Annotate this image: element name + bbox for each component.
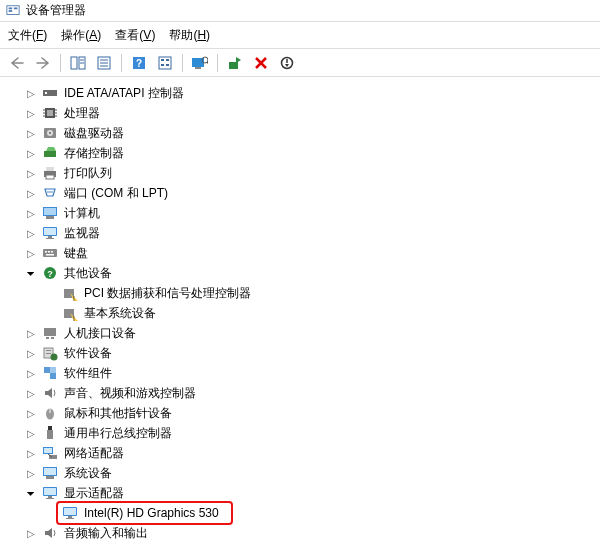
- tree-node-ports[interactable]: ▷ 端口 (COM 和 LPT): [4, 183, 596, 203]
- tree-node-mouse[interactable]: ▷ 鼠标和其他指针设备: [4, 403, 596, 423]
- tree-node-label: 打印队列: [62, 164, 114, 183]
- tree-node-disk[interactable]: ▷ 磁盘驱动器: [4, 123, 596, 143]
- expander-collapsed-icon[interactable]: ▷: [24, 426, 38, 440]
- nav-forward-button[interactable]: [32, 52, 54, 74]
- svg-rect-51: [44, 228, 56, 235]
- tree-node-other-pci[interactable]: ▷ ! PCI 数据捕获和信号处理控制器: [4, 283, 596, 303]
- tree-node-label: 处理器: [62, 104, 102, 123]
- expander-collapsed-icon[interactable]: ▷: [24, 346, 38, 360]
- svg-rect-30: [47, 110, 53, 116]
- svg-rect-67: [44, 328, 56, 336]
- svg-rect-91: [46, 498, 54, 499]
- tree-node-swdev[interactable]: ▷ 软件设备: [4, 343, 596, 363]
- display-adapter-icon: [62, 505, 78, 521]
- expander-collapsed-icon[interactable]: ▷: [24, 106, 38, 120]
- svg-rect-15: [161, 59, 164, 61]
- device-tree[interactable]: ▷ IDE ATA/ATAPI 控制器 ▷ 处理器 ▷ 磁盘驱动器 ▷ 存储控制…: [0, 77, 600, 550]
- help-button[interactable]: ?: [128, 52, 150, 74]
- tree-node-label: 显示适配器: [62, 484, 126, 503]
- scan-button[interactable]: [189, 52, 211, 74]
- tree-node-net[interactable]: ▷ 网络适配器: [4, 443, 596, 463]
- tree-node-label: 软件组件: [62, 364, 114, 383]
- display-adapter-icon: [42, 485, 58, 501]
- tree-node-monitor[interactable]: ▷ 监视器: [4, 223, 596, 243]
- tree-node-sysdev[interactable]: ▷ 系统设备: [4, 463, 596, 483]
- svg-rect-20: [195, 67, 201, 69]
- tree-node-hid[interactable]: ▷ 人机接口设备: [4, 323, 596, 343]
- hid-icon: [42, 325, 58, 341]
- tree-node-display[interactable]: ⏷ 显示适配器: [4, 483, 596, 503]
- nav-back-button[interactable]: [6, 52, 28, 74]
- tree-node-computer[interactable]: ▷ 计算机: [4, 203, 596, 223]
- tree-node-label: 网络适配器: [62, 444, 126, 463]
- tree-node-swcomp[interactable]: ▷ 软件组件: [4, 363, 596, 383]
- expander-collapsed-icon[interactable]: ▷: [24, 366, 38, 380]
- expander-collapsed-icon[interactable]: ▷: [24, 226, 38, 240]
- toolbar-separator: [217, 54, 218, 72]
- svg-rect-86: [44, 468, 56, 475]
- monitor-icon: [42, 225, 58, 241]
- expander-expanded-icon[interactable]: ⏷: [24, 266, 38, 280]
- svg-rect-95: [66, 518, 74, 519]
- expander-collapsed-icon[interactable]: ▷: [24, 206, 38, 220]
- tree-node-ide[interactable]: ▷ IDE ATA/ATAPI 控制器: [4, 83, 596, 103]
- svg-rect-4: [71, 57, 77, 69]
- menu-action[interactable]: 操作(A): [61, 27, 101, 44]
- svg-rect-48: [44, 208, 56, 215]
- svg-rect-42: [46, 167, 54, 171]
- svg-rect-94: [68, 516, 72, 518]
- uninstall-button[interactable]: [250, 52, 272, 74]
- tree-node-label: 监视器: [62, 224, 102, 243]
- svg-point-45: [49, 191, 51, 193]
- tree-node-storage[interactable]: ▷ 存储控制器: [4, 143, 596, 163]
- tree-node-other-base[interactable]: ▷ ! 基本系统设备: [4, 303, 596, 323]
- tree-node-cpu[interactable]: ▷ 处理器: [4, 103, 596, 123]
- svg-rect-53: [46, 238, 54, 239]
- properties-button[interactable]: [93, 52, 115, 74]
- network-icon: [42, 445, 58, 461]
- highlight-annotation: Intel(R) HD Graphics 530: [56, 501, 233, 525]
- svg-rect-16: [166, 59, 169, 61]
- expander-collapsed-icon[interactable]: ▷: [24, 186, 38, 200]
- tree-node-label: 通用串行总线控制器: [62, 424, 174, 443]
- update-driver-button[interactable]: [224, 52, 246, 74]
- app-icon: [6, 4, 20, 18]
- tree-node-label: 键盘: [62, 244, 90, 263]
- menu-help[interactable]: 帮助(H): [169, 27, 210, 44]
- expander-collapsed-icon[interactable]: ▷: [24, 126, 38, 140]
- disk-icon: [42, 125, 58, 141]
- disable-button[interactable]: [276, 52, 298, 74]
- tree-node-audio[interactable]: ▷ 声音、视频和游戏控制器: [4, 383, 596, 403]
- expander-collapsed-icon[interactable]: ▷: [24, 446, 38, 460]
- expander-collapsed-icon[interactable]: ▷: [24, 386, 38, 400]
- computer-icon: [42, 205, 58, 221]
- tree-node-display-intel[interactable]: ▷ Intel(R) HD Graphics 530: [4, 503, 596, 523]
- expander-collapsed-icon[interactable]: ▷: [24, 146, 38, 160]
- window-title: 设备管理器: [26, 2, 86, 19]
- svg-rect-17: [161, 64, 164, 66]
- expander-collapsed-icon[interactable]: ▷: [24, 86, 38, 100]
- expander-collapsed-icon[interactable]: ▷: [24, 246, 38, 260]
- tree-node-other[interactable]: ⏷ ? 其他设备: [4, 263, 596, 283]
- printer-icon: [42, 165, 58, 181]
- show-hide-button[interactable]: [67, 52, 89, 74]
- tree-node-printq[interactable]: ▷ 打印队列: [4, 163, 596, 183]
- tree-node-label: 其他设备: [62, 264, 114, 283]
- details-button[interactable]: [154, 52, 176, 74]
- menu-view[interactable]: 查看(V): [115, 27, 155, 44]
- expander-collapsed-icon[interactable]: ▷: [24, 526, 38, 540]
- menu-file[interactable]: 文件(F): [8, 27, 47, 44]
- expander-collapsed-icon[interactable]: ▷: [24, 166, 38, 180]
- svg-rect-56: [48, 251, 50, 253]
- tree-node-usb[interactable]: ▷ 通用串行总线控制器: [4, 423, 596, 443]
- expander-collapsed-icon[interactable]: ▷: [24, 326, 38, 340]
- expander-expanded-icon[interactable]: ⏷: [24, 486, 38, 500]
- svg-rect-2: [9, 10, 13, 12]
- expander-collapsed-icon[interactable]: ▷: [24, 466, 38, 480]
- tree-node-label: IDE ATA/ATAPI 控制器: [62, 84, 186, 103]
- tree-node-audioio[interactable]: ▷ 音频输入和输出: [4, 523, 596, 543]
- tree-node-keyboard[interactable]: ▷ 键盘: [4, 243, 596, 263]
- expander-collapsed-icon[interactable]: ▷: [24, 406, 38, 420]
- ide-icon: [42, 85, 58, 101]
- svg-point-73: [51, 354, 58, 361]
